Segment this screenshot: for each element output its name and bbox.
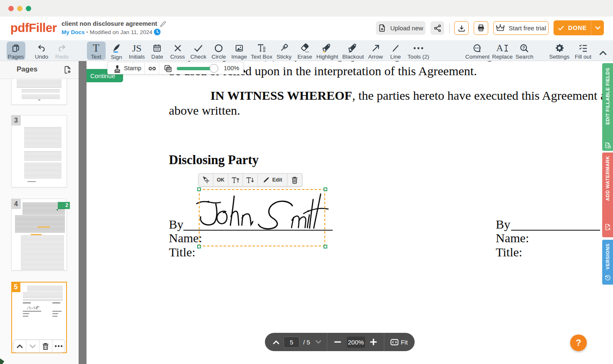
svg-text:?: ? <box>522 45 525 50</box>
